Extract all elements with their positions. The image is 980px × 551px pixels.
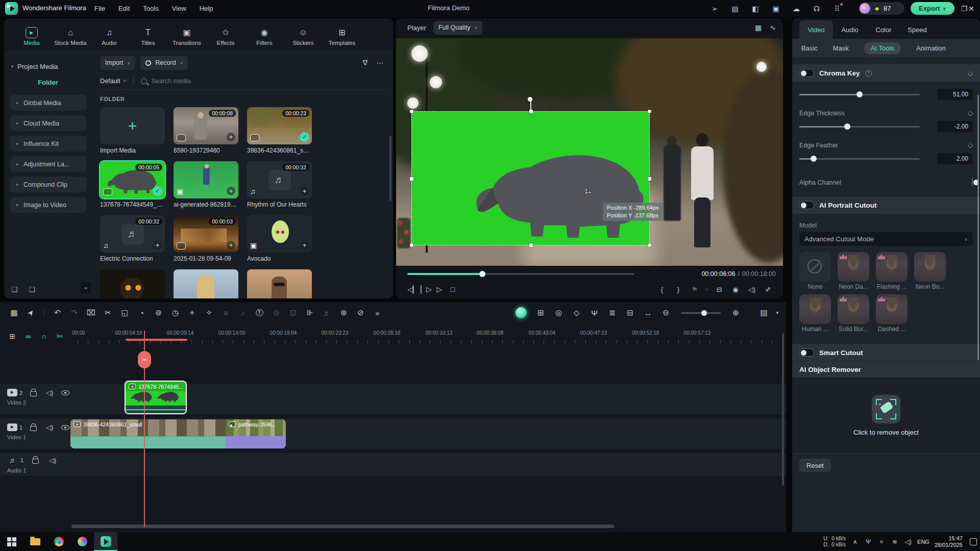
rotation-handle[interactable] bbox=[528, 97, 532, 102]
ai-portrait-toggle[interactable] bbox=[799, 201, 814, 209]
tab-effects[interactable]: ✩Effects bbox=[207, 22, 244, 50]
import-button[interactable]: Import∨ bbox=[100, 56, 135, 70]
resize-handle[interactable] bbox=[648, 177, 651, 181]
screen-record-icon[interactable]: ◎ bbox=[551, 306, 567, 319]
share-icon[interactable]: ➢ bbox=[709, 4, 720, 14]
feedback-icon[interactable]: ▤ bbox=[730, 4, 740, 14]
motion-track-icon[interactable]: ⌖ bbox=[184, 306, 200, 319]
media-grid-scrollbar[interactable] bbox=[389, 136, 391, 201]
taskbar-explorer[interactable] bbox=[23, 532, 47, 551]
chroma-key-toggle[interactable] bbox=[799, 69, 814, 77]
preset-tile[interactable] bbox=[799, 294, 831, 324]
clip-street-video[interactable]: 39836-424360861_small bbox=[70, 419, 226, 448]
resize-handle[interactable] bbox=[410, 110, 413, 113]
preset-tile[interactable] bbox=[876, 252, 908, 282]
remove-preview-icon[interactable]: ⊘ bbox=[353, 306, 369, 319]
seek-bar[interactable] bbox=[407, 273, 634, 275]
stop-button[interactable]: □ bbox=[446, 284, 459, 295]
support-icon[interactable]: ☊ bbox=[812, 4, 822, 14]
notification-icon[interactable] bbox=[970, 538, 977, 545]
tab-transitions[interactable]: ▣Transitions bbox=[168, 22, 205, 50]
speech-to-text-icon[interactable]: ⊙ bbox=[268, 306, 284, 319]
effects-wand-icon[interactable]: ✧ bbox=[201, 306, 217, 319]
tab-speed[interactable]: Speed bbox=[900, 20, 934, 39]
color-icon[interactable]: ⊚ bbox=[151, 306, 166, 319]
preset-none[interactable] bbox=[799, 252, 831, 282]
add-to-track-icon[interactable]: ⊞ bbox=[7, 332, 17, 340]
quality-dropdown[interactable]: Full Quality∨ bbox=[433, 21, 482, 35]
safe-mode-icon[interactable]: ◇ bbox=[569, 306, 584, 319]
mute-icon[interactable]: ◁) bbox=[44, 389, 54, 396]
minimize-button[interactable]: – bbox=[938, 0, 955, 17]
media-card[interactable]: 00:00:23✓ 39836-424360861_small bbox=[247, 107, 312, 154]
marker-button[interactable]: ⚑ bbox=[688, 284, 701, 295]
clock[interactable]: 15:47 28/01/2025 bbox=[935, 535, 963, 548]
voiceover-mic-icon[interactable]: Ψ bbox=[586, 306, 602, 319]
delete-icon[interactable]: ⌧ bbox=[83, 306, 99, 319]
tray-network-icon[interactable]: ⌗ bbox=[877, 538, 886, 545]
filter-icon[interactable]: ∇ bbox=[363, 59, 368, 67]
auto-split-icon[interactable]: ✄ bbox=[55, 332, 65, 340]
tray-chevron-icon[interactable]: ∧ bbox=[851, 538, 859, 545]
video-preview[interactable]: Position X -289.64px Position Y -137.68p… bbox=[396, 38, 783, 266]
media-card[interactable] bbox=[100, 269, 165, 298]
help-icon[interactable]: ? bbox=[865, 70, 872, 77]
subtab-ai-tools[interactable]: AI Tools bbox=[864, 42, 901, 54]
mute-icon[interactable]: ◁) bbox=[47, 457, 58, 464]
sidebar-item-image-to-video[interactable]: ▸Image to Video bbox=[10, 197, 87, 213]
edge-feather-slider[interactable] bbox=[799, 158, 920, 160]
chroma-strength-slider[interactable] bbox=[799, 94, 920, 95]
record-button[interactable]: Record∨ bbox=[140, 56, 188, 70]
resize-handle[interactable] bbox=[529, 243, 533, 247]
search-input[interactable]: Search media bbox=[151, 78, 190, 85]
more-tools-icon[interactable]: » bbox=[370, 306, 385, 319]
media-card[interactable]: ♬00:00:32♫+ Electric Connection bbox=[100, 215, 165, 262]
edge-thickness-slider[interactable] bbox=[799, 126, 920, 128]
green-screen-clip-overlay[interactable] bbox=[411, 111, 650, 245]
marker-caret-icon[interactable]: ∨ bbox=[704, 284, 709, 295]
hide-track-icon[interactable] bbox=[61, 425, 70, 430]
tab-titles[interactable]: TTitles bbox=[130, 22, 166, 50]
lock-icon[interactable] bbox=[29, 424, 38, 431]
ai-copilot-orb-icon[interactable] bbox=[516, 307, 527, 318]
media-card[interactable] bbox=[174, 269, 238, 298]
alpha-channel-toggle[interactable] bbox=[972, 178, 973, 187]
track-caret-icon[interactable]: ▾ bbox=[774, 306, 781, 319]
subtab-mask[interactable]: Mask bbox=[833, 44, 849, 52]
fit-timeline-icon[interactable]: ↔ bbox=[640, 306, 656, 319]
menu-view[interactable]: View bbox=[172, 5, 186, 12]
keyframe-diamond-icon[interactable]: ◇ bbox=[968, 69, 973, 77]
media-card-selected[interactable]: 00:00:05✓ 137678-767484549_small bbox=[100, 161, 165, 208]
keyframe-diamond-icon[interactable]: ◇ bbox=[968, 141, 973, 149]
seek-knob[interactable] bbox=[479, 271, 485, 277]
audio-denoise-icon[interactable]: ⊪ bbox=[302, 306, 318, 319]
tab-filters[interactable]: ◉Filters bbox=[246, 22, 283, 50]
next-frame-button[interactable]: ▏▷ bbox=[420, 284, 433, 295]
preset-tile[interactable] bbox=[914, 252, 946, 282]
account-pill[interactable]: ◆ 87 bbox=[859, 2, 904, 15]
sidebar-item-folder[interactable]: Folder bbox=[4, 74, 92, 90]
auto-ripple-link-icon[interactable]: ∞ bbox=[23, 332, 33, 340]
subtab-animation[interactable]: Animation bbox=[916, 44, 946, 52]
timeline-hscrollbar[interactable] bbox=[71, 524, 614, 528]
tab-media[interactable]: ▶Media bbox=[13, 22, 50, 50]
properties-scrollbar[interactable] bbox=[977, 95, 979, 360]
preset-tile[interactable] bbox=[838, 294, 869, 324]
sidebar-item-adjustment-layer[interactable]: ▸Adjustment La... bbox=[10, 156, 87, 172]
media-card[interactable]: 00:00:03+ 2025-01-28 09-54-09 bbox=[174, 215, 238, 262]
start-button[interactable] bbox=[0, 532, 23, 551]
snap-magnet-icon[interactable]: ∩ bbox=[39, 332, 49, 340]
model-dropdown[interactable]: Advanced Cutout Mode∨ bbox=[799, 232, 973, 246]
media-card-import[interactable]: + Import Media bbox=[100, 107, 165, 154]
avatar[interactable] bbox=[860, 3, 870, 14]
tab-color[interactable]: Color bbox=[867, 20, 900, 39]
smart-cutout-toggle[interactable] bbox=[799, 348, 814, 357]
taskbar-chrome[interactable] bbox=[47, 532, 70, 551]
clip-rhino-green[interactable]: 137678-7674845... bbox=[125, 381, 187, 414]
add-to-timeline-icon[interactable]: + bbox=[153, 241, 162, 249]
keyframe-diamond-icon[interactable]: ◇ bbox=[968, 109, 973, 117]
track-audio-1[interactable]: ♬1 ◁) Audio 1 bbox=[0, 453, 786, 475]
menu-help[interactable]: Help bbox=[200, 5, 213, 12]
preset-tile[interactable] bbox=[876, 294, 908, 324]
timeline-vscrollbar[interactable] bbox=[782, 333, 784, 486]
